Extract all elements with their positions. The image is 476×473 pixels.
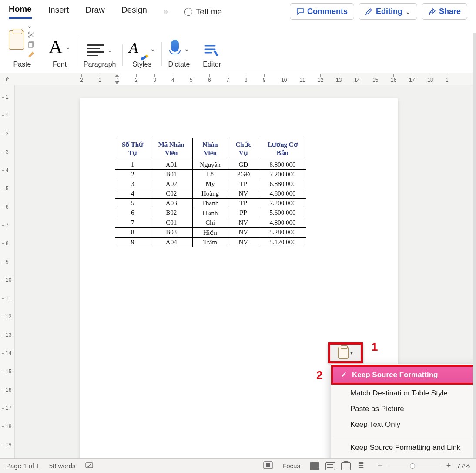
table-cell[interactable]: Trâm bbox=[193, 237, 228, 247]
table-cell[interactable]: 5 bbox=[115, 198, 150, 208]
table-cell[interactable]: 7.200.000 bbox=[259, 169, 306, 179]
tell-me[interactable]: Tell me bbox=[184, 7, 222, 17]
paste-menu-item[interactable]: Keep Source Formatting and Link bbox=[331, 440, 476, 456]
vertical-ruler[interactable]: 11234567891011121314151617181920 bbox=[0, 85, 15, 470]
table-cell[interactable]: 4 bbox=[115, 189, 150, 198]
tab-insert[interactable]: Insert bbox=[48, 5, 69, 18]
table-header[interactable]: Mã Nhân Viên bbox=[150, 138, 193, 160]
table-cell[interactable]: A04 bbox=[150, 237, 193, 247]
table-row[interactable]: 2B01LêPGĐ7.200.000 bbox=[115, 169, 306, 179]
table-cell[interactable]: NV bbox=[228, 227, 259, 237]
clipboard-icon[interactable] bbox=[9, 30, 24, 50]
table-cell[interactable]: Hạnh bbox=[193, 208, 228, 218]
table-row[interactable]: 6B02HạnhPP5.600.000 bbox=[115, 208, 306, 218]
table-cell[interactable]: 5.600.000 bbox=[259, 208, 306, 218]
zoom-in-button[interactable]: + bbox=[445, 461, 453, 470]
table-cell[interactable]: B01 bbox=[150, 169, 193, 179]
table-cell[interactable]: 4.800.000 bbox=[259, 218, 306, 227]
tab-home[interactable]: Home bbox=[9, 4, 32, 19]
table-cell[interactable]: 7.200.000 bbox=[259, 198, 306, 208]
table-cell[interactable]: NV bbox=[228, 189, 259, 198]
table-row[interactable]: 3A02MyTP6.880.000 bbox=[115, 179, 306, 189]
table-cell[interactable]: 6 bbox=[115, 208, 150, 218]
table-cell[interactable]: Hiền bbox=[193, 227, 228, 237]
scissors-icon[interactable] bbox=[27, 31, 36, 39]
table-cell[interactable]: 8.800.000 bbox=[259, 160, 306, 169]
tab-design[interactable]: Design bbox=[121, 5, 147, 18]
ruler-corner-icon[interactable]: ↱ bbox=[0, 73, 15, 85]
table-row[interactable]: 8B03HiềnNV5.280.000 bbox=[115, 227, 306, 237]
table-cell[interactable]: 7 bbox=[115, 218, 150, 227]
ribbon-group-paragraph[interactable]: ⌄ Paragraph bbox=[84, 42, 116, 68]
table-header[interactable]: Số Thứ Tự bbox=[115, 138, 150, 160]
zoom-knob[interactable] bbox=[410, 463, 415, 469]
view-web-icon[interactable] bbox=[341, 462, 351, 470]
table-cell[interactable]: 4.800.000 bbox=[259, 189, 306, 198]
table-row[interactable]: 5A03ThanhTP7.200.000 bbox=[115, 198, 306, 208]
table-header[interactable]: Lương Cơ Bản bbox=[259, 138, 306, 160]
paste-menu-item[interactable]: ✓Keep Source Formatting bbox=[331, 365, 476, 385]
table-cell[interactable]: C02 bbox=[150, 189, 193, 198]
format-painter-icon[interactable] bbox=[27, 50, 36, 58]
table-header[interactable]: Nhân Viên bbox=[193, 138, 228, 160]
paste-options-button[interactable]: ▾ bbox=[328, 342, 363, 363]
table-cell[interactable]: A03 bbox=[150, 198, 193, 208]
zoom-slider[interactable] bbox=[388, 466, 440, 466]
table-cell[interactable]: GĐ bbox=[228, 160, 259, 169]
table-cell[interactable]: TP bbox=[228, 198, 259, 208]
editing-button[interactable]: Editing ⌄ bbox=[359, 3, 417, 20]
table-cell[interactable]: 5.120.000 bbox=[259, 237, 306, 247]
spellcheck-icon[interactable] bbox=[85, 461, 95, 470]
table-cell[interactable]: Lê bbox=[193, 169, 228, 179]
table-cell[interactable]: A02 bbox=[150, 179, 193, 189]
table-cell[interactable]: NV bbox=[228, 218, 259, 227]
tab-draw[interactable]: Draw bbox=[85, 5, 104, 18]
copy-icon[interactable] bbox=[27, 41, 36, 48]
tabs-more-icon[interactable]: » bbox=[164, 7, 168, 16]
table-cell[interactable]: PP bbox=[228, 208, 259, 218]
table-cell[interactable]: 9 bbox=[115, 237, 150, 247]
table-cell[interactable]: A01 bbox=[150, 160, 193, 169]
table-cell[interactable]: C01 bbox=[150, 218, 193, 227]
zoom-value[interactable]: 77% bbox=[457, 462, 470, 470]
view-outline-icon[interactable] bbox=[357, 462, 366, 470]
table-cell[interactable]: NV bbox=[228, 237, 259, 247]
table-cell[interactable]: 6.880.000 bbox=[259, 179, 306, 189]
view-read-icon[interactable] bbox=[325, 462, 335, 470]
paste-menu-item[interactable]: Paste as Picture bbox=[331, 401, 476, 417]
table-cell[interactable]: 5.280.000 bbox=[259, 227, 306, 237]
paste-menu-item[interactable]: Keep Text Only bbox=[331, 417, 476, 432]
document-area[interactable]: Số Thứ TựMã Nhân ViênNhân ViênChức VụLươ… bbox=[15, 85, 476, 470]
table-cell[interactable]: Chi bbox=[193, 218, 228, 227]
table-row[interactable]: 7C01ChiNV4.800.000 bbox=[115, 218, 306, 227]
table-cell[interactable]: 3 bbox=[115, 179, 150, 189]
focus-icon[interactable] bbox=[263, 461, 273, 470]
ribbon-group-editor[interactable]: Editor bbox=[203, 42, 221, 68]
table-header[interactable]: Chức Vụ bbox=[228, 138, 259, 160]
share-button[interactable]: Share bbox=[422, 3, 467, 20]
table-cell[interactable]: Thanh bbox=[193, 198, 228, 208]
word-count[interactable]: 58 words bbox=[49, 462, 76, 470]
table-cell[interactable]: 2 bbox=[115, 169, 150, 179]
table-row[interactable]: 9A04TrâmNV5.120.000 bbox=[115, 237, 306, 247]
paste-menu-item[interactable]: Match Destination Table Style bbox=[331, 385, 476, 401]
table-cell[interactable]: Nguyên bbox=[193, 160, 228, 169]
employee-table[interactable]: Số Thứ TựMã Nhân ViênNhân ViênChức VụLươ… bbox=[115, 138, 306, 247]
focus-label[interactable]: Focus bbox=[282, 462, 300, 470]
table-cell[interactable]: B03 bbox=[150, 227, 193, 237]
table-cell[interactable]: B02 bbox=[150, 208, 193, 218]
view-print-layout-icon[interactable] bbox=[310, 462, 319, 470]
table-row[interactable]: 4C02HoàngNV4.800.000 bbox=[115, 189, 306, 198]
comments-button[interactable]: Comments bbox=[290, 3, 354, 20]
table-row[interactable]: 1A01NguyênGĐ8.800.000 bbox=[115, 160, 306, 169]
ribbon-group-font[interactable]: A⌄ Font bbox=[49, 36, 70, 68]
table-cell[interactable]: 8 bbox=[115, 227, 150, 237]
ribbon-group-dictate[interactable]: ⌄ Dictate bbox=[168, 40, 190, 68]
ribbon-group-styles[interactable]: A ⌄ Styles bbox=[129, 40, 155, 68]
zoom-out-button[interactable]: − bbox=[376, 461, 384, 470]
table-cell[interactable]: My bbox=[193, 179, 228, 189]
paste-dropdown-icon[interactable]: ⌄ bbox=[27, 22, 36, 29]
horizontal-ruler[interactable]: 211234567891011121314151617181 bbox=[15, 73, 476, 85]
page-count[interactable]: Page 1 of 1 bbox=[6, 462, 40, 470]
table-cell[interactable]: PGĐ bbox=[228, 169, 259, 179]
